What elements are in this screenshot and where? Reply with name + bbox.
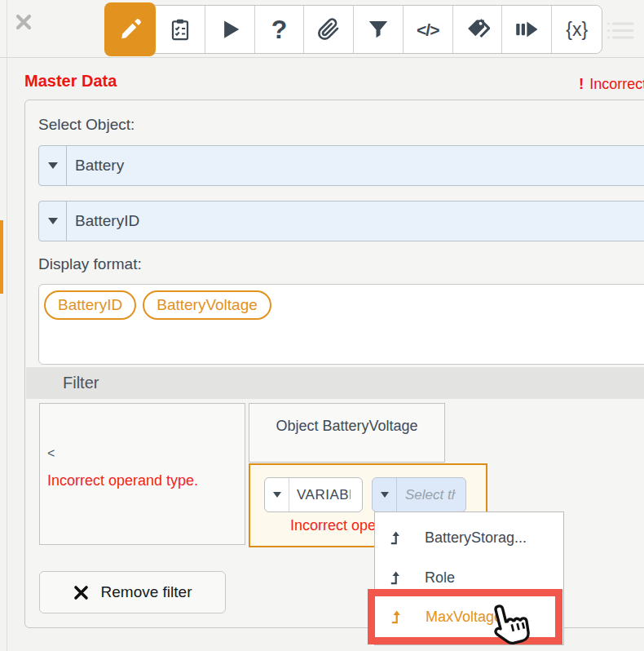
exclamation-icon: ! [579, 75, 584, 93]
display-format-field[interactable]: BatteryID BatteryVoltage [38, 284, 644, 365]
chevron-down-icon [373, 478, 397, 512]
filter-operator-cell: < Incorrect operand type. [39, 403, 245, 545]
filter-section-header: Filter [26, 367, 644, 399]
run-button[interactable] [205, 6, 255, 53]
remove-filter-label: Remove filter [101, 583, 192, 601]
page-title: Master Data [24, 72, 117, 91]
chevron-down-icon [39, 202, 67, 241]
attachments-button[interactable] [304, 6, 354, 53]
attribute-dropdown[interactable]: BatteryID [38, 201, 644, 241]
braces-x-icon: {x} [566, 20, 588, 39]
active-step-indicator [0, 220, 3, 294]
attribute-arrow-icon [388, 570, 404, 586]
list-icon[interactable] [607, 21, 634, 40]
attribute-arrow-icon [388, 530, 404, 546]
paperclip-icon [317, 18, 340, 41]
tags-button[interactable] [453, 6, 503, 53]
play-icon [218, 17, 242, 42]
edit-button[interactable] [104, 2, 156, 56]
variables-button[interactable]: {x} [552, 6, 602, 53]
attribute-dropdown-value: BatteryID [67, 212, 139, 230]
display-format-label: Display format: [38, 255, 142, 273]
menu-item-label: Role [425, 569, 455, 587]
help-button[interactable]: ? [255, 6, 305, 53]
question-icon: ? [271, 16, 288, 42]
x-remove-icon [73, 585, 89, 600]
chevron-down-icon [39, 146, 67, 185]
remove-filter-button[interactable]: Remove filter [39, 571, 226, 613]
operand-type-value: VARIABLE [297, 487, 351, 503]
token-pill[interactable]: BatteryVoltage [143, 290, 271, 320]
checklist-button[interactable] [156, 6, 205, 53]
operator-value: < [47, 446, 55, 461]
clipboard-check-icon [168, 17, 192, 42]
chevron-down-icon [265, 478, 289, 512]
close-icon[interactable] [15, 13, 33, 31]
object-dropdown-value: Battery [67, 157, 124, 175]
token-pill[interactable]: BatteryID [44, 290, 136, 320]
attribute-arrow-icon [389, 609, 404, 625]
operand-type-dropdown[interactable]: VARIABLE [264, 477, 363, 512]
object-dropdown[interactable]: Battery [38, 145, 644, 186]
code-button[interactable]: </> [404, 6, 453, 53]
funnel-icon [366, 17, 390, 42]
pencil-icon [118, 17, 143, 42]
operand-header-cell: Object BatteryVoltage [249, 403, 445, 463]
filter-button[interactable] [354, 6, 404, 53]
validation-badge: ! Incorrect [579, 75, 644, 95]
top-toolbar-strip: ? </> [0, 0, 644, 58]
menu-item-batterystorage[interactable]: BatteryStorag... [375, 520, 563, 555]
left-divider [7, 0, 7, 651]
code-icon: </> [417, 21, 439, 38]
step-forward-button[interactable] [502, 6, 552, 53]
toolbar-button-group: ? </> [104, 5, 602, 54]
filter-section-label: Filter [63, 367, 644, 399]
validation-badge-label: Incorrect [589, 76, 644, 93]
select-object-label: Select Object: [38, 116, 135, 134]
operand-value-dropdown[interactable]: Select the [372, 477, 466, 512]
operand-value-placeholder: Select the [405, 487, 456, 503]
menu-item-label: BatteryStorag... [425, 529, 527, 547]
tags-icon [465, 17, 490, 42]
step-forward-icon [514, 17, 539, 42]
operator-error-text: Incorrect operand type. [47, 472, 198, 489]
